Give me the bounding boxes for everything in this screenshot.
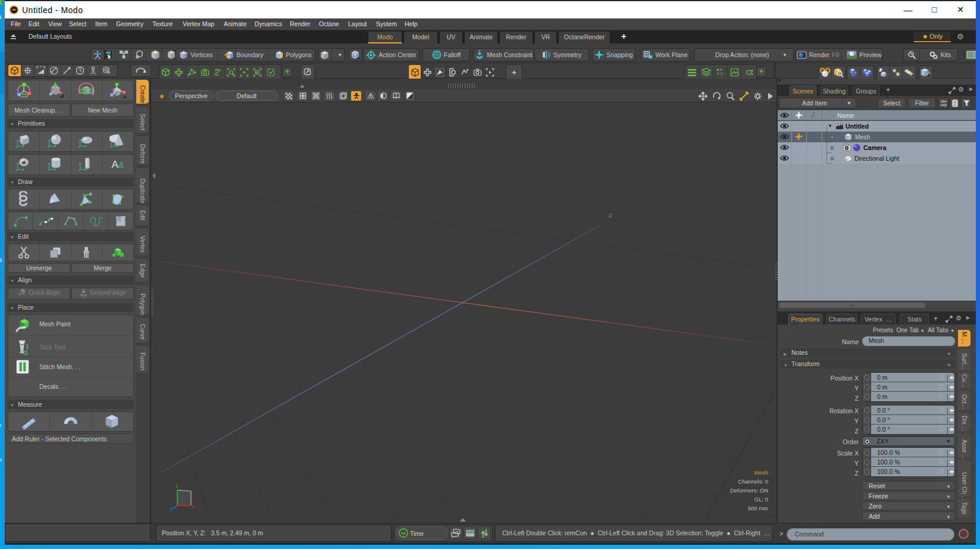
svg-text:X: X — [192, 504, 195, 510]
svg-text:Z: Z — [169, 507, 173, 513]
svg-text:Y: Y — [175, 484, 179, 489]
